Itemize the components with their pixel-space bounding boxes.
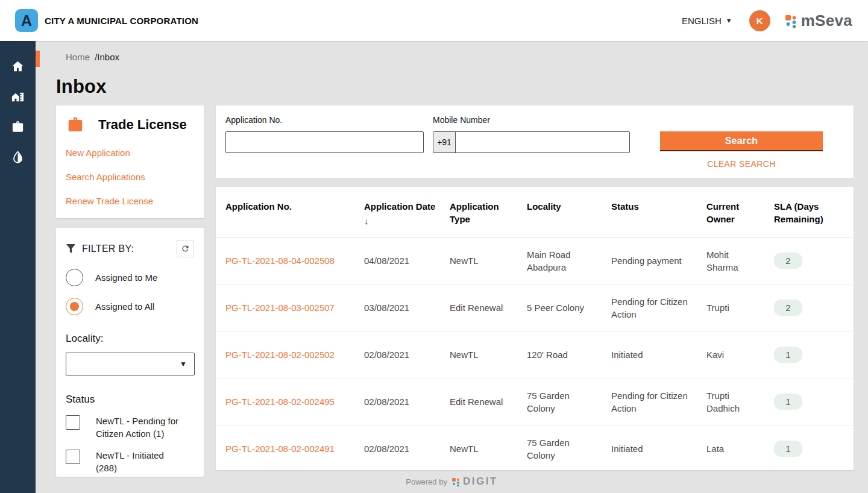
- checkbox-newtl-pending-citizen-action[interactable]: NewTL - Pending for Citizen Action (1): [66, 415, 194, 440]
- sla-badge: 1: [774, 394, 802, 410]
- application-no-link[interactable]: PG-TL-2021-08-02-002502: [225, 348, 364, 361]
- search-panel: Application No. Mobile Number +91 Search…: [216, 105, 854, 178]
- app-header: A CITY A MUNICIPAL CORPORATION ENGLISH ▼…: [0, 0, 868, 41]
- sla-badge: 1: [774, 347, 802, 363]
- briefcase-icon: [11, 120, 25, 134]
- application-no-input[interactable]: [225, 131, 424, 153]
- status-cell: Pending payment: [611, 254, 706, 267]
- sla-badge: 2: [774, 253, 802, 269]
- table-body: PG-TL-2021-08-04-002508 04/08/2021 NewTL…: [216, 237, 854, 470]
- application-type-cell: NewTL: [450, 254, 527, 267]
- page-title: Inbox: [56, 76, 854, 98]
- link-new-application[interactable]: New Application: [66, 148, 194, 158]
- breadcrumb: Home /Inbox: [66, 52, 854, 62]
- filter-title: FILTER BY:: [82, 243, 134, 254]
- application-no-link[interactable]: PG-TL-2021-08-04-002508: [225, 254, 364, 267]
- status-filter-label: Status: [66, 394, 194, 406]
- language-selector[interactable]: ENGLISH ▼: [682, 16, 732, 26]
- sidebar-item-home[interactable]: [0, 51, 36, 81]
- user-avatar[interactable]: K: [749, 10, 770, 31]
- org-name: CITY A MUNICIPAL CORPORATION: [45, 16, 198, 26]
- col-current-owner: Current Owner: [706, 200, 774, 227]
- breadcrumb-home[interactable]: Home: [66, 52, 90, 62]
- inbox-table: Application No. Application Date ↓ Appli…: [216, 187, 854, 470]
- application-date-cell: 02/08/2021: [364, 442, 450, 455]
- col-sla: SLA (Days Remaining): [774, 200, 854, 227]
- property-building-icon: [11, 90, 25, 104]
- table-row: PG-TL-2021-08-02-002495 02/08/2021 Edit …: [216, 378, 854, 425]
- sort-desc-icon[interactable]: ↓: [364, 215, 435, 227]
- briefcase-icon: [66, 116, 85, 134]
- search-button[interactable]: Search: [660, 131, 823, 151]
- col-application-type: Application Type: [450, 200, 527, 227]
- link-renew-trade-license[interactable]: Renew Trade License: [66, 196, 194, 206]
- sla-cell: 1: [774, 441, 854, 457]
- sidebar-item-trade-license[interactable]: [0, 111, 36, 142]
- col-application-date: Application Date ↓: [364, 200, 450, 227]
- table-row: PG-TL-2021-08-04-002508 04/08/2021 NewTL…: [216, 237, 854, 284]
- radio-circle: [66, 298, 83, 315]
- status-cell: Initiated: [611, 442, 706, 455]
- application-no-link[interactable]: PG-TL-2021-08-02-002495: [225, 395, 364, 408]
- radio-assigned-to-all[interactable]: Assigned to All: [66, 298, 194, 315]
- powered-by-label: Powered by: [406, 477, 447, 486]
- current-owner-cell: Kavi: [706, 348, 774, 361]
- mobile-number-input[interactable]: [456, 132, 629, 152]
- active-nav-indicator: [36, 51, 40, 67]
- radio-assigned-to-me[interactable]: Assigned to Me: [66, 269, 194, 286]
- application-no-label: Application No.: [225, 115, 424, 125]
- sla-cell: 2: [774, 300, 854, 316]
- filter-funnel-icon: [66, 243, 76, 254]
- link-search-applications[interactable]: Search Applications: [66, 172, 194, 182]
- sla-cell: 1: [774, 347, 854, 363]
- module-title: Trade License: [98, 117, 187, 133]
- checkbox: [66, 415, 80, 430]
- locality-label: Locality:: [66, 333, 194, 345]
- checkbox: [66, 450, 80, 464]
- digit-wordmark: DIGIT: [463, 476, 498, 488]
- table-row: PG-TL-2021-08-02-002491 02/08/2021 NewTL…: [216, 425, 854, 470]
- sla-cell: 1: [774, 394, 854, 410]
- chevron-down-icon: ▼: [180, 360, 187, 368]
- status-cell: Pending for Citizen Action: [611, 295, 706, 321]
- sidebar: [0, 41, 36, 493]
- current-owner-cell: Mohit Sharma: [706, 248, 774, 274]
- current-owner-cell: Lata: [706, 442, 774, 455]
- sidebar-item-property-tax[interactable]: [0, 81, 36, 111]
- application-date-cell: 04/08/2021: [364, 254, 450, 267]
- col-locality: Locality: [527, 200, 611, 227]
- mseva-dots-icon: [785, 13, 799, 28]
- application-no-link[interactable]: PG-TL-2021-08-02-002491: [225, 442, 364, 455]
- current-owner-cell: Trupti: [706, 301, 774, 314]
- application-type-cell: Edit Renewal: [450, 301, 527, 314]
- sla-badge: 2: [774, 300, 802, 316]
- sla-badge: 1: [774, 441, 802, 457]
- application-no-link[interactable]: PG-TL-2021-08-03-002507: [225, 301, 364, 314]
- home-icon: [11, 60, 25, 74]
- col-status: Status: [611, 200, 706, 227]
- current-owner-cell: Trupti Dadhich: [706, 389, 774, 415]
- locality-cell: 5 Peer Colony: [527, 301, 611, 314]
- locality-cell: 75 Garden Colony: [527, 436, 611, 462]
- application-type-cell: NewTL: [450, 348, 527, 361]
- breadcrumb-current: Inbox: [97, 52, 119, 62]
- clear-search-button[interactable]: CLEAR SEARCH: [707, 159, 776, 169]
- refresh-icon: [181, 244, 190, 253]
- table-header: Application No. Application Date ↓ Appli…: [216, 187, 854, 237]
- application-date-cell: 02/08/2021: [364, 395, 450, 408]
- digit-logo: DIGIT: [452, 476, 498, 488]
- chevron-down-icon: ▼: [726, 17, 732, 24]
- locality-cell: 75 Garden Colony: [527, 389, 611, 415]
- sidebar-item-water-sewerage[interactable]: [0, 142, 36, 172]
- application-date-cell: 02/08/2021: [364, 348, 450, 361]
- status-cell: Pending for Citizen Action: [611, 389, 706, 415]
- locality-dropdown[interactable]: ▼: [66, 353, 195, 375]
- mobile-number-label: Mobile Number: [433, 115, 630, 125]
- digit-dots-icon: [452, 477, 461, 487]
- main-content: Home /Inbox Inbox Trade License New Appl…: [36, 41, 868, 493]
- table-row: PG-TL-2021-08-03-002507 03/08/2021 Edit …: [216, 284, 854, 331]
- page-footer: Powered by DIGIT: [36, 470, 868, 493]
- refresh-filter-button[interactable]: [177, 240, 194, 257]
- water-drop-icon: [11, 150, 25, 164]
- sla-cell: 2: [774, 253, 854, 269]
